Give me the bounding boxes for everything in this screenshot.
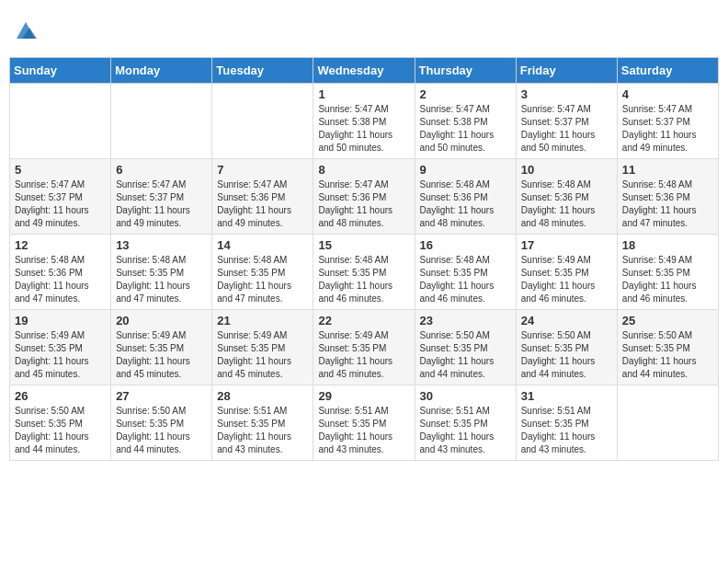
day-number: 2 bbox=[420, 87, 511, 101]
calendar-cell: 1Sunrise: 5:47 AM Sunset: 5:38 PM Daylig… bbox=[313, 84, 415, 159]
calendar-cell bbox=[10, 84, 111, 159]
day-number: 24 bbox=[521, 314, 612, 327]
calendar-cell: 25Sunrise: 5:50 AM Sunset: 5:35 PM Dayli… bbox=[617, 310, 718, 385]
day-number: 15 bbox=[318, 238, 409, 252]
day-info: Sunrise: 5:48 AM Sunset: 5:36 PM Dayligh… bbox=[521, 178, 612, 230]
day-info: Sunrise: 5:48 AM Sunset: 5:35 PM Dayligh… bbox=[318, 254, 409, 305]
day-number: 23 bbox=[420, 314, 511, 327]
calendar-cell: 7Sunrise: 5:47 AM Sunset: 5:36 PM Daylig… bbox=[212, 159, 313, 235]
day-number: 1 bbox=[318, 87, 409, 101]
day-number: 29 bbox=[318, 389, 409, 403]
page: SundayMondayTuesdayWednesdayThursdayFrid… bbox=[9, 9, 719, 461]
day-info: Sunrise: 5:50 AM Sunset: 5:35 PM Dayligh… bbox=[116, 405, 207, 456]
day-number: 21 bbox=[217, 314, 308, 327]
day-info: Sunrise: 5:50 AM Sunset: 5:35 PM Dayligh… bbox=[15, 405, 106, 456]
day-number: 30 bbox=[420, 389, 511, 403]
day-info: Sunrise: 5:47 AM Sunset: 5:38 PM Dayligh… bbox=[318, 103, 409, 155]
day-info: Sunrise: 5:49 AM Sunset: 5:35 PM Dayligh… bbox=[15, 329, 106, 381]
day-number: 16 bbox=[420, 238, 511, 252]
calendar-week-row: 12Sunrise: 5:48 AM Sunset: 5:36 PM Dayli… bbox=[10, 235, 719, 310]
day-info: Sunrise: 5:47 AM Sunset: 5:38 PM Dayligh… bbox=[420, 103, 511, 155]
calendar-header-row: SundayMondayTuesdayWednesdayThursdayFrid… bbox=[10, 58, 719, 84]
weekday-header-friday: Friday bbox=[516, 58, 617, 84]
logo bbox=[9, 17, 39, 42]
weekday-header-wednesday: Wednesday bbox=[313, 58, 415, 84]
day-info: Sunrise: 5:49 AM Sunset: 5:35 PM Dayligh… bbox=[217, 329, 308, 381]
day-info: Sunrise: 5:51 AM Sunset: 5:35 PM Dayligh… bbox=[318, 405, 409, 456]
day-info: Sunrise: 5:47 AM Sunset: 5:37 PM Dayligh… bbox=[116, 178, 207, 230]
calendar-cell: 14Sunrise: 5:48 AM Sunset: 5:35 PM Dayli… bbox=[212, 235, 313, 310]
weekday-header-sunday: Sunday bbox=[10, 58, 111, 84]
day-number: 4 bbox=[622, 87, 713, 101]
day-info: Sunrise: 5:49 AM Sunset: 5:35 PM Dayligh… bbox=[521, 254, 612, 305]
day-info: Sunrise: 5:48 AM Sunset: 5:35 PM Dayligh… bbox=[217, 254, 308, 305]
weekday-header-tuesday: Tuesday bbox=[212, 58, 313, 84]
calendar-week-row: 5Sunrise: 5:47 AM Sunset: 5:37 PM Daylig… bbox=[10, 159, 719, 235]
day-info: Sunrise: 5:48 AM Sunset: 5:35 PM Dayligh… bbox=[116, 254, 207, 305]
calendar-cell: 22Sunrise: 5:49 AM Sunset: 5:35 PM Dayli… bbox=[313, 310, 415, 385]
day-number: 8 bbox=[318, 163, 409, 177]
day-info: Sunrise: 5:50 AM Sunset: 5:35 PM Dayligh… bbox=[521, 329, 612, 381]
day-number: 7 bbox=[217, 163, 308, 177]
day-number: 14 bbox=[217, 238, 308, 252]
day-info: Sunrise: 5:47 AM Sunset: 5:37 PM Dayligh… bbox=[521, 103, 612, 155]
calendar-week-row: 19Sunrise: 5:49 AM Sunset: 5:35 PM Dayli… bbox=[10, 310, 719, 385]
calendar-cell: 28Sunrise: 5:51 AM Sunset: 5:35 PM Dayli… bbox=[212, 385, 313, 461]
header bbox=[9, 9, 719, 50]
weekday-header-saturday: Saturday bbox=[617, 58, 718, 84]
day-number: 5 bbox=[15, 163, 106, 177]
calendar-week-row: 1Sunrise: 5:47 AM Sunset: 5:38 PM Daylig… bbox=[10, 84, 719, 159]
day-number: 20 bbox=[116, 314, 207, 327]
day-info: Sunrise: 5:47 AM Sunset: 5:37 PM Dayligh… bbox=[622, 103, 713, 155]
day-number: 18 bbox=[622, 238, 713, 252]
day-info: Sunrise: 5:49 AM Sunset: 5:35 PM Dayligh… bbox=[116, 329, 207, 381]
calendar-cell: 21Sunrise: 5:49 AM Sunset: 5:35 PM Dayli… bbox=[212, 310, 313, 385]
day-number: 9 bbox=[420, 163, 511, 177]
day-info: Sunrise: 5:48 AM Sunset: 5:36 PM Dayligh… bbox=[420, 178, 511, 230]
calendar-table: SundayMondayTuesdayWednesdayThursdayFrid… bbox=[9, 57, 719, 461]
calendar-cell: 17Sunrise: 5:49 AM Sunset: 5:35 PM Dayli… bbox=[516, 235, 617, 310]
day-number: 11 bbox=[622, 163, 713, 177]
calendar-week-row: 26Sunrise: 5:50 AM Sunset: 5:35 PM Dayli… bbox=[10, 385, 719, 461]
calendar-cell: 26Sunrise: 5:50 AM Sunset: 5:35 PM Dayli… bbox=[10, 385, 111, 461]
calendar-cell: 6Sunrise: 5:47 AM Sunset: 5:37 PM Daylig… bbox=[111, 159, 212, 235]
day-info: Sunrise: 5:50 AM Sunset: 5:35 PM Dayligh… bbox=[622, 329, 713, 381]
calendar-cell: 20Sunrise: 5:49 AM Sunset: 5:35 PM Dayli… bbox=[111, 310, 212, 385]
calendar-cell: 12Sunrise: 5:48 AM Sunset: 5:36 PM Dayli… bbox=[10, 235, 111, 310]
calendar-cell: 19Sunrise: 5:49 AM Sunset: 5:35 PM Dayli… bbox=[10, 310, 111, 385]
day-number: 10 bbox=[521, 163, 612, 177]
calendar-cell: 9Sunrise: 5:48 AM Sunset: 5:36 PM Daylig… bbox=[415, 159, 516, 235]
day-number: 12 bbox=[15, 238, 106, 252]
day-info: Sunrise: 5:47 AM Sunset: 5:36 PM Dayligh… bbox=[217, 178, 308, 230]
logo-icon bbox=[13, 17, 39, 42]
day-number: 22 bbox=[318, 314, 409, 327]
calendar-cell bbox=[111, 84, 212, 159]
day-info: Sunrise: 5:47 AM Sunset: 5:36 PM Dayligh… bbox=[318, 178, 409, 230]
calendar-cell: 10Sunrise: 5:48 AM Sunset: 5:36 PM Dayli… bbox=[516, 159, 617, 235]
calendar-cell: 30Sunrise: 5:51 AM Sunset: 5:35 PM Dayli… bbox=[415, 385, 516, 461]
day-info: Sunrise: 5:51 AM Sunset: 5:35 PM Dayligh… bbox=[521, 405, 612, 456]
day-info: Sunrise: 5:47 AM Sunset: 5:37 PM Dayligh… bbox=[15, 178, 106, 230]
calendar-cell bbox=[617, 385, 718, 461]
day-number: 26 bbox=[15, 389, 106, 403]
calendar-cell bbox=[212, 84, 313, 159]
day-info: Sunrise: 5:49 AM Sunset: 5:35 PM Dayligh… bbox=[622, 254, 713, 305]
day-number: 31 bbox=[521, 389, 612, 403]
day-info: Sunrise: 5:49 AM Sunset: 5:35 PM Dayligh… bbox=[318, 329, 409, 381]
weekday-header-thursday: Thursday bbox=[415, 58, 516, 84]
calendar-cell: 4Sunrise: 5:47 AM Sunset: 5:37 PM Daylig… bbox=[617, 84, 718, 159]
day-number: 6 bbox=[116, 163, 207, 177]
day-number: 27 bbox=[116, 389, 207, 403]
calendar-cell: 31Sunrise: 5:51 AM Sunset: 5:35 PM Dayli… bbox=[516, 385, 617, 461]
calendar-cell: 24Sunrise: 5:50 AM Sunset: 5:35 PM Dayli… bbox=[516, 310, 617, 385]
calendar-cell: 2Sunrise: 5:47 AM Sunset: 5:38 PM Daylig… bbox=[415, 84, 516, 159]
calendar-cell: 23Sunrise: 5:50 AM Sunset: 5:35 PM Dayli… bbox=[415, 310, 516, 385]
day-info: Sunrise: 5:48 AM Sunset: 5:36 PM Dayligh… bbox=[622, 178, 713, 230]
weekday-header-monday: Monday bbox=[111, 58, 212, 84]
day-info: Sunrise: 5:48 AM Sunset: 5:35 PM Dayligh… bbox=[420, 254, 511, 305]
calendar-cell: 5Sunrise: 5:47 AM Sunset: 5:37 PM Daylig… bbox=[10, 159, 111, 235]
day-number: 28 bbox=[217, 389, 308, 403]
day-number: 25 bbox=[622, 314, 713, 327]
day-number: 17 bbox=[521, 238, 612, 252]
day-info: Sunrise: 5:51 AM Sunset: 5:35 PM Dayligh… bbox=[217, 405, 308, 456]
